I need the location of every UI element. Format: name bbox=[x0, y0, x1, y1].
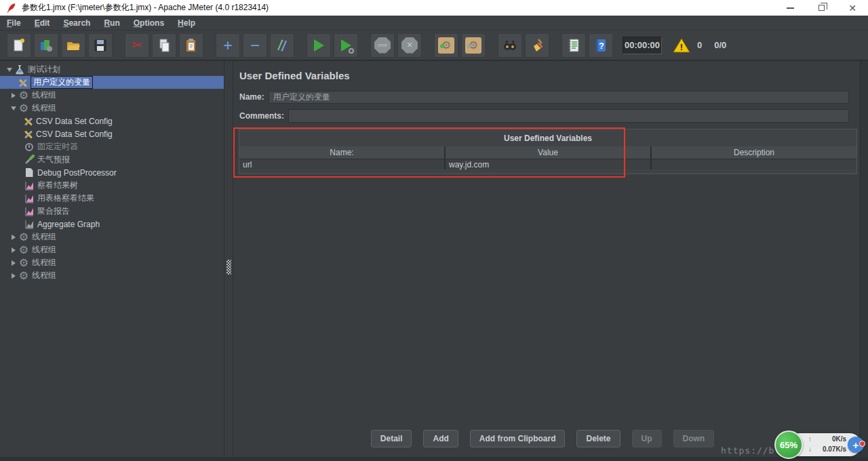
column-header-value[interactable]: Value bbox=[446, 146, 650, 159]
collapse-arrow-icon[interactable] bbox=[9, 260, 18, 266]
add-task-button[interactable]: + bbox=[848, 437, 864, 453]
open-button[interactable] bbox=[61, 33, 85, 58]
document-icon bbox=[23, 167, 35, 178]
start-play-icon bbox=[314, 39, 324, 52]
paste-button[interactable] bbox=[179, 33, 203, 58]
tree-item-user-defined-variables[interactable]: 用户定义的变量 bbox=[0, 76, 224, 89]
expand-arrow-icon[interactable] bbox=[9, 106, 18, 111]
tree-main-splitter[interactable] bbox=[224, 61, 233, 457]
close-icon: ✕ bbox=[848, 3, 856, 13]
tree-item-thread-group[interactable]: ⚙ 线程组 bbox=[0, 230, 224, 243]
chart-pink-icon bbox=[23, 206, 35, 217]
cut-button[interactable]: ✂ bbox=[125, 33, 149, 58]
column-header-name[interactable]: Name: bbox=[239, 146, 444, 159]
delete-button[interactable]: Delete bbox=[576, 430, 620, 447]
zoom-in-button[interactable]: + bbox=[216, 33, 240, 58]
collapse-arrow-icon[interactable] bbox=[9, 235, 18, 240]
down-button[interactable]: Down bbox=[673, 430, 715, 447]
gear-icon: ⚙ bbox=[18, 270, 30, 281]
function-helper-notebook-icon bbox=[566, 37, 582, 54]
name-input[interactable]: 用户定义的变量 bbox=[269, 91, 849, 104]
tree-item-thread-group[interactable]: ⚙ 线程组 bbox=[0, 102, 224, 115]
warning-triangle-icon[interactable]: ! bbox=[673, 37, 690, 54]
expand-arrow-icon[interactable] bbox=[5, 68, 14, 72]
menu-file[interactable]: File bbox=[0, 18, 28, 28]
menu-run[interactable]: Run bbox=[97, 18, 126, 28]
titlebar: 参数化1.jmx (F:\jmeter\参数化1.jmx) - Apache J… bbox=[0, 0, 868, 16]
copy-button[interactable] bbox=[152, 33, 176, 58]
cell-value[interactable]: way.jd.com bbox=[446, 159, 650, 169]
start-button[interactable] bbox=[307, 33, 331, 58]
name-label: Name: bbox=[239, 92, 264, 102]
tree-item-constant-timer[interactable]: 固定定时器 bbox=[0, 140, 224, 153]
chart-grey-icon bbox=[23, 219, 35, 230]
menu-search[interactable]: Search bbox=[56, 18, 97, 28]
menu-edit[interactable]: Edit bbox=[28, 18, 57, 28]
remote-shutdown-all-button[interactable]: ⚙ bbox=[461, 33, 486, 58]
tree-item-http-request[interactable]: 天气预报 bbox=[0, 153, 224, 166]
page-title: User Defined Variables bbox=[239, 70, 350, 81]
remote-start-all-button[interactable]: ⚙ bbox=[434, 33, 458, 58]
tree-item-test-plan[interactable]: 测试计划 bbox=[0, 63, 224, 76]
tree-item-label: 用户定义的变量 bbox=[31, 76, 93, 89]
tree-item-label: CSV Data Set Config bbox=[36, 117, 113, 126]
cell-name[interactable]: url bbox=[239, 159, 444, 169]
gear-icon: ⚙ bbox=[18, 245, 30, 256]
save-button[interactable] bbox=[88, 33, 113, 58]
tree-item-csv-data-set-config[interactable]: CSV Data Set Config bbox=[0, 115, 224, 127]
crossed-tools-icon bbox=[18, 77, 28, 88]
collapse-arrow-icon[interactable] bbox=[9, 247, 18, 253]
toggle-arrows-icon bbox=[274, 37, 290, 54]
clear-all-button[interactable] bbox=[525, 33, 549, 58]
start-no-pauses-button[interactable] bbox=[334, 33, 358, 58]
function-helper-button[interactable] bbox=[561, 33, 586, 58]
help-button[interactable]: ? bbox=[589, 33, 613, 58]
add-button[interactable]: Add bbox=[423, 430, 458, 447]
toggle-button[interactable] bbox=[270, 33, 294, 58]
comments-input[interactable] bbox=[288, 109, 849, 123]
tree-item-debug-postprocessor[interactable]: Debug PostProcessor bbox=[0, 166, 224, 179]
up-button[interactable]: Up bbox=[632, 430, 662, 447]
templates-button[interactable] bbox=[34, 33, 58, 58]
stop-button[interactable]: STOP bbox=[370, 33, 395, 58]
tree-item-view-results-in-table[interactable]: 用表格察看结果 bbox=[0, 192, 224, 205]
minimize-icon bbox=[787, 7, 794, 9]
tree-item-thread-group[interactable]: ⚙ 线程组 bbox=[0, 89, 224, 102]
comments-label: Comments: bbox=[239, 111, 284, 121]
tree-item-thread-group[interactable]: ⚙ 线程组 bbox=[0, 256, 224, 269]
tree-item-aggregate-report[interactable]: 聚合报告 bbox=[0, 205, 224, 218]
splitter-handle-icon[interactable] bbox=[226, 260, 231, 275]
collapse-arrow-icon[interactable] bbox=[9, 93, 18, 98]
open-folder-icon bbox=[65, 37, 81, 54]
add-from-clipboard-button[interactable]: Add from Clipboard bbox=[470, 430, 566, 447]
tree-item-thread-group[interactable]: ⚙ 线程组 bbox=[0, 243, 224, 256]
tree-item-view-results-tree[interactable]: 察看结果树 bbox=[0, 179, 224, 192]
menu-options[interactable]: Options bbox=[127, 18, 171, 28]
detail-button[interactable]: Detail bbox=[371, 430, 412, 447]
new-file-button[interactable] bbox=[7, 33, 31, 58]
restore-button[interactable] bbox=[806, 0, 837, 16]
cell-description[interactable] bbox=[652, 159, 856, 169]
tree-item-aggregate-graph[interactable]: Aggregate Graph bbox=[0, 218, 224, 230]
speed-overlay-widget[interactable]: ↑ 0K/s ↓ 0.07K/s 65% + bbox=[780, 430, 863, 459]
gear-icon: ⚙ bbox=[18, 258, 30, 268]
tree-item-csv-data-set-config[interactable]: CSV Data Set Config bbox=[0, 127, 224, 140]
column-header-description[interactable]: Description bbox=[652, 146, 856, 159]
window-title: 参数化1.jmx (F:\jmeter\参数化1.jmx) - Apache J… bbox=[22, 2, 269, 14]
collapse-arrow-icon[interactable] bbox=[9, 273, 18, 279]
menu-help[interactable]: Help bbox=[171, 18, 202, 28]
gear-icon: ⚙ bbox=[18, 232, 30, 243]
thread-count: 0/0 bbox=[714, 40, 726, 50]
tree-item-label: 线程组 bbox=[32, 270, 56, 281]
minimize-button[interactable] bbox=[774, 0, 806, 16]
close-button[interactable]: ✕ bbox=[837, 0, 868, 16]
tree-item-label: 线程组 bbox=[32, 257, 56, 268]
shutdown-button[interactable]: ✕ bbox=[397, 33, 422, 58]
gear-icon: ⚙ bbox=[18, 103, 30, 114]
plus-icon: + bbox=[223, 37, 233, 54]
tree-item-thread-group[interactable]: ⚙ 线程组 bbox=[0, 269, 224, 282]
progress-circle[interactable]: 65% bbox=[774, 430, 803, 459]
search-button[interactable] bbox=[498, 33, 522, 58]
zoom-out-button[interactable]: − bbox=[243, 33, 267, 58]
templates-icon bbox=[38, 37, 54, 54]
